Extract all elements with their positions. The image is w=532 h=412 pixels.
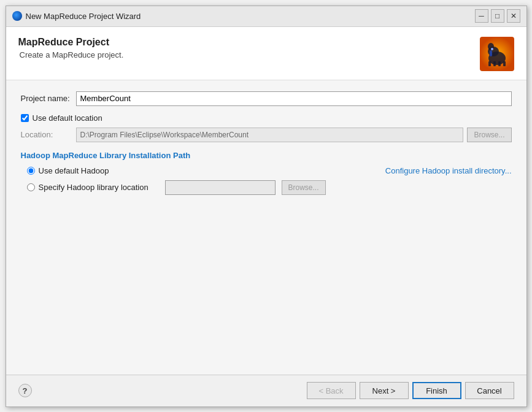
title-controls: ─ □ ✕	[475, 9, 520, 23]
dialog-title: New MapReduce Project Wizard	[26, 12, 141, 21]
project-name-row: Project name:	[21, 91, 512, 106]
wizard-title: MapReduce Project	[18, 37, 124, 48]
hadoop-radio-group: Use default Hadoop Configure Hadoop inst…	[27, 166, 512, 195]
header-text: MapReduce Project Create a MapReduce pro…	[18, 37, 124, 59]
specify-hadoop-library-row: Specify Hadoop library location Browse..…	[27, 180, 512, 195]
help-button[interactable]: ?	[18, 384, 32, 397]
specify-hadoop-library-label[interactable]: Specify Hadoop library location	[39, 183, 161, 192]
cancel-button[interactable]: Cancel	[465, 382, 514, 399]
footer-buttons: < Back Next > Finish Cancel	[307, 382, 514, 399]
header-section: MapReduce Project Create a MapReduce pro…	[6, 27, 526, 80]
use-default-hadoop-radio[interactable]	[27, 167, 35, 175]
project-name-input[interactable]	[76, 91, 512, 106]
back-button[interactable]: < Back	[307, 382, 356, 399]
dialog-container: New MapReduce Project Wizard ─ □ ✕ MapRe…	[6, 6, 527, 407]
eclipse-icon	[12, 11, 22, 21]
svg-rect-9	[503, 61, 506, 66]
hadoop-library-browse-button[interactable]: Browse...	[282, 180, 326, 195]
specify-hadoop-library-radio[interactable]	[27, 183, 35, 191]
close-button[interactable]: ✕	[507, 9, 520, 23]
svg-rect-4	[490, 50, 492, 56]
configure-hadoop-link[interactable]: Configure Hadoop install directory...	[385, 166, 512, 175]
title-bar: New MapReduce Project Wizard ─ □ ✕	[6, 6, 526, 27]
use-default-location-label[interactable]: Use default location	[33, 113, 102, 123]
project-name-label: Project name:	[21, 94, 76, 103]
use-default-location-checkbox[interactable]	[21, 114, 29, 122]
hadoop-elephant-icon	[480, 37, 514, 71]
header-logo	[480, 37, 514, 71]
content-area: Project name: Use default location Locat…	[6, 80, 526, 375]
footer-left: ?	[18, 384, 32, 397]
minimize-button[interactable]: ─	[475, 9, 488, 23]
svg-point-5	[491, 48, 493, 50]
use-default-hadoop-label[interactable]: Use default Hadoop	[39, 166, 161, 175]
use-default-location-row: Use default location	[21, 113, 512, 123]
next-button[interactable]: Next >	[360, 382, 409, 399]
location-input[interactable]	[76, 128, 464, 142]
wizard-subtitle: Create a MapReduce project.	[20, 50, 124, 59]
hadoop-library-path-input[interactable]	[165, 180, 276, 195]
location-browse-button[interactable]: Browse...	[467, 128, 511, 142]
footer: ? < Back Next > Finish Cancel	[6, 375, 526, 406]
finish-button[interactable]: Finish	[412, 382, 461, 399]
title-bar-left: New MapReduce Project Wizard	[12, 11, 141, 21]
svg-rect-8	[498, 61, 501, 66]
maximize-button[interactable]: □	[491, 9, 504, 23]
location-row: Location: Browse...	[21, 128, 512, 142]
svg-rect-7	[493, 61, 496, 66]
use-default-hadoop-row: Use default Hadoop Configure Hadoop inst…	[27, 166, 512, 175]
hadoop-section-title: Hadoop MapReduce Library Installation Pa…	[21, 151, 512, 160]
location-label: Location:	[21, 130, 76, 139]
svg-rect-6	[488, 61, 491, 66]
